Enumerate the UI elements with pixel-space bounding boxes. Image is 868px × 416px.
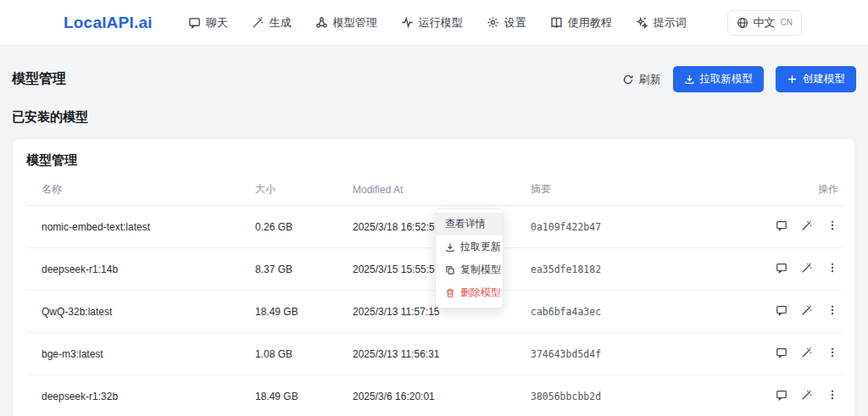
book-icon [550, 16, 563, 29]
nav-item-chat[interactable]: 聊天 [176, 10, 240, 36]
row-generate-button[interactable] [801, 389, 813, 401]
globe-icon [737, 17, 748, 29]
table-header-row: 名称 大小 Modified At 摘要 操作 [26, 174, 843, 206]
chat-icon [776, 262, 787, 274]
model-digest-cell: 0a109f422b47 [531, 206, 734, 248]
create-model-button[interactable]: 创建模型 [776, 66, 856, 92]
row-generate-button[interactable] [801, 219, 813, 231]
model-name-cell: bge-m3:latest [26, 333, 255, 375]
kebab-menu-icon [826, 219, 838, 231]
kebab-menu-icon [826, 347, 838, 358]
row-chat-button[interactable] [776, 389, 787, 401]
row-more-button[interactable] [826, 219, 838, 231]
model-digest-cell: cab6bfa4a3ec [531, 291, 734, 333]
chat-icon [776, 304, 787, 316]
chat-icon [776, 389, 787, 401]
models-card: 模型管理 名称 大小 Modified At 摘要 操作 nomic-embed… [12, 138, 856, 416]
context-menu-item-pull-update[interactable]: 拉取更新 [436, 236, 503, 258]
row-more-button[interactable] [826, 262, 838, 274]
column-header-actions: 操作 [734, 174, 843, 206]
model-size-cell: 18.49 GB [255, 375, 353, 416]
model-size-cell: 8.37 GB [255, 248, 353, 291]
row-chat-button[interactable] [776, 219, 787, 231]
wand-icon [252, 16, 264, 29]
nav-item-settings[interactable]: 设置 [475, 10, 538, 36]
nav-item-run-model[interactable]: 运行模型 [389, 10, 475, 36]
sparkles-icon [636, 16, 648, 29]
row-generate-button[interactable] [801, 262, 813, 274]
context-menu-label: 拉取更新 [460, 240, 501, 254]
row-chat-button[interactable] [776, 347, 787, 358]
nav-item-prompts[interactable]: 提示词 [624, 10, 698, 36]
nav-item-label: 聊天 [206, 15, 228, 31]
nav-item-label: 使用教程 [568, 15, 612, 31]
model-name-cell: deepseek-r1:14b [26, 248, 255, 291]
kebab-menu-icon [826, 262, 838, 274]
context-menu-item-copy-model[interactable]: 复制模型 [436, 258, 503, 281]
nav-item-label: 模型管理 [333, 15, 377, 31]
table-row: deepseek-r1:32b 18.49 GB 2025/3/6 16:20:… [26, 375, 843, 416]
context-menu-label: 删除模型 [460, 286, 501, 300]
page-title: 模型管理 [12, 70, 66, 88]
pull-new-model-button[interactable]: 拉取新模型 [673, 66, 765, 92]
trash-icon [445, 288, 455, 298]
row-more-button[interactable] [826, 304, 838, 316]
row-more-button[interactable] [826, 347, 838, 358]
chat-icon [776, 219, 787, 231]
model-digest-cell: ea35dfe18182 [531, 248, 734, 291]
chat-icon [188, 16, 201, 29]
model-size-cell: 0.26 GB [255, 206, 353, 248]
model-name-cell: QwQ-32b:latest [26, 291, 255, 333]
row-context-menu: 查看详情 拉取更新 复制模型 删除模型 [435, 208, 504, 308]
row-more-button[interactable] [826, 389, 838, 401]
row-chat-button[interactable] [776, 304, 787, 316]
nav-item-label: 设置 [504, 15, 526, 31]
chat-icon [776, 347, 787, 358]
nav-item-label: 生成 [270, 15, 292, 31]
download-icon [684, 74, 695, 85]
top-nav: LocalAPI.ai 聊天 生成 模型管理 运行模型 设置 使用教程 [0, 0, 868, 46]
refresh-icon [622, 74, 634, 86]
kebab-menu-icon [826, 304, 838, 316]
nav-item-generate[interactable]: 生成 [240, 10, 303, 36]
column-header-modified: Modified At [353, 174, 531, 206]
model-size-cell: 1.08 GB [255, 333, 353, 375]
context-menu-item-delete-model[interactable]: 删除模型 [436, 281, 503, 304]
wand-icon [801, 389, 813, 401]
model-modified-cell: 2025/3/13 11:56:31 [353, 333, 531, 375]
refresh-button[interactable]: 刷新 [622, 72, 661, 87]
wand-icon [801, 304, 813, 316]
nav-item-model-management[interactable]: 模型管理 [303, 10, 389, 36]
nav-item-tutorial[interactable]: 使用教程 [538, 10, 624, 36]
nav-item-label: 运行模型 [419, 15, 463, 31]
context-menu-label: 查看详情 [445, 217, 486, 231]
language-switcher[interactable]: 中文 CN [727, 10, 802, 36]
column-header-name: 名称 [26, 174, 255, 206]
gear-icon [487, 16, 499, 29]
table-row: bge-m3:latest 1.08 GB 2025/3/13 11:56:31… [26, 333, 843, 375]
model-name-cell: nomic-embed-text:latest [26, 206, 255, 248]
plus-icon [787, 74, 798, 85]
model-modified-cell: 2025/3/6 16:20:01 [353, 375, 531, 416]
app-logo[interactable]: LocalAPI.ai [64, 14, 153, 32]
row-chat-button[interactable] [776, 262, 787, 274]
wand-icon [801, 219, 813, 231]
kebab-menu-icon [826, 389, 838, 401]
column-header-digest: 摘要 [531, 174, 734, 206]
models-icon [315, 16, 328, 29]
model-size-cell: 18.49 GB [255, 291, 353, 333]
row-generate-button[interactable] [801, 347, 813, 358]
wand-icon [801, 262, 813, 274]
model-name-cell: deepseek-r1:32b [26, 375, 255, 416]
context-menu-item-view-details[interactable]: 查看详情 [436, 213, 503, 236]
model-digest-cell: 374643bd5d4f [531, 333, 734, 375]
language-label: 中文 [754, 15, 776, 31]
refresh-label: 刷新 [639, 72, 661, 87]
row-generate-button[interactable] [801, 304, 813, 316]
activity-icon [401, 16, 414, 29]
pull-new-model-label: 拉取新模型 [700, 72, 754, 86]
card-title: 模型管理 [26, 153, 842, 169]
section-title: 已安装的模型 [12, 109, 856, 125]
column-header-size: 大小 [255, 174, 353, 206]
model-digest-cell: 38056bbcbb2d [531, 375, 734, 416]
